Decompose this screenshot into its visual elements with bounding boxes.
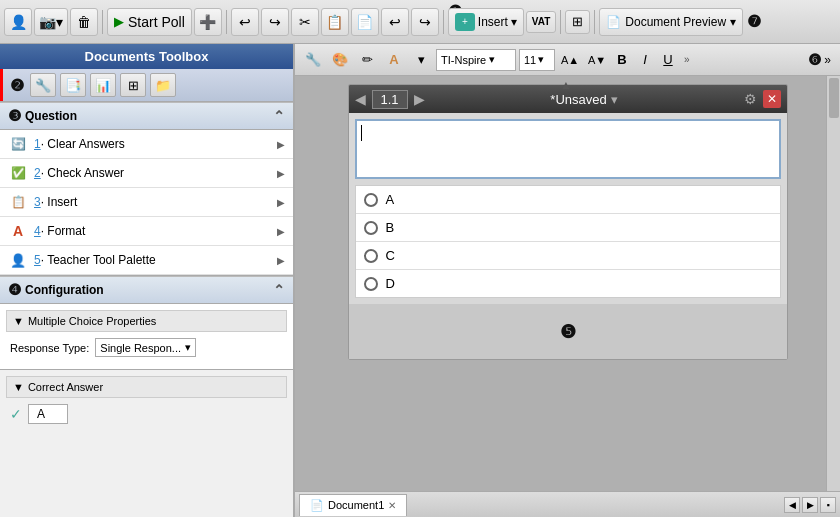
sep1 bbox=[102, 10, 103, 34]
correct-answer-box[interactable]: A bbox=[28, 404, 68, 424]
question-item-1[interactable]: 🔄 1· Clear Answers ▶ bbox=[0, 130, 293, 159]
circle-6-label: ❻ bbox=[808, 51, 821, 69]
correct-answer-label: Correct Answer bbox=[28, 381, 103, 393]
copy-btn[interactable]: 📋 bbox=[321, 8, 349, 36]
format-icon: A bbox=[8, 222, 28, 240]
font-size-up-btn[interactable]: A▲ bbox=[558, 48, 582, 72]
camera-btn[interactable]: 📷▾ bbox=[34, 8, 68, 36]
trash-btn[interactable]: 🗑 bbox=[70, 8, 98, 36]
italic-btn[interactable]: I bbox=[635, 50, 655, 70]
radio-c[interactable] bbox=[364, 249, 378, 263]
circle-3-label: ❸ bbox=[8, 107, 21, 125]
quiz-nav-right[interactable]: ▶ bbox=[414, 91, 425, 107]
toolbox-grid-btn[interactable]: ⊞ bbox=[120, 73, 146, 97]
mc-collapse-arrow: ▼ bbox=[13, 315, 24, 327]
format-pen-btn[interactable]: ✏ bbox=[355, 48, 379, 72]
scroll-up-indicator: ▲ bbox=[560, 78, 572, 92]
insert-btn[interactable]: + Insert ▾ bbox=[448, 8, 524, 36]
document1-tab[interactable]: 📄 Document1 ✕ bbox=[299, 494, 407, 516]
bottom-nav-plus[interactable]: ▪ bbox=[820, 497, 836, 513]
start-poll-btn[interactable]: ▶ Start Poll bbox=[107, 8, 192, 36]
ca-collapse-arrow: ▼ bbox=[13, 381, 24, 393]
font-size-down-btn[interactable]: A▼ bbox=[585, 48, 609, 72]
doc-preview-btn[interactable]: 📄 Document Preview ▾ bbox=[599, 8, 743, 36]
option-b-label: B bbox=[386, 220, 395, 235]
quiz-option-c[interactable]: C bbox=[356, 242, 780, 270]
toolbox-list-btn[interactable]: 📊 bbox=[90, 73, 116, 97]
arrow-right-btn[interactable]: ↪ bbox=[261, 8, 289, 36]
config-section-header[interactable]: ❹ Configuration ⌃ bbox=[0, 276, 293, 304]
option-c-label: C bbox=[386, 248, 395, 263]
toolbox-icons-bar: ❷ 🔧 📑 📊 ⊞ 📁 bbox=[0, 69, 293, 102]
redo-btn[interactable]: ↪ bbox=[411, 8, 439, 36]
correct-answer-section: ▼ Correct Answer ✓ A bbox=[0, 369, 293, 432]
toolbox-title: Documents Toolbox bbox=[85, 49, 209, 64]
radio-a[interactable] bbox=[364, 193, 378, 207]
insert-green-icon: + bbox=[455, 13, 475, 31]
underline-btn[interactable]: U bbox=[658, 50, 678, 70]
question-section-header[interactable]: ❸ Question ⌃ bbox=[0, 102, 293, 130]
cut-btn[interactable]: ✂ bbox=[291, 8, 319, 36]
add-btn[interactable]: ➕ bbox=[194, 8, 222, 36]
quiz-option-b[interactable]: B bbox=[356, 214, 780, 242]
quiz-close-btn[interactable]: ✕ bbox=[763, 90, 781, 108]
question-label: Question bbox=[25, 109, 77, 123]
sep2 bbox=[226, 10, 227, 34]
check-answer-label: 2· Check Answer bbox=[34, 166, 124, 180]
toolbox-folder-btn[interactable]: 📁 bbox=[150, 73, 176, 97]
mc-properties-label: Multiple Choice Properties bbox=[28, 315, 156, 327]
doc-preview-icon: 📄 bbox=[606, 15, 621, 29]
grid-btn[interactable]: ⊞ bbox=[565, 10, 590, 34]
more-format-btn[interactable]: » bbox=[681, 54, 693, 65]
correct-answer-header[interactable]: ▼ Correct Answer bbox=[6, 376, 287, 398]
quiz-settings-icon[interactable]: ⚙ bbox=[744, 91, 757, 107]
quiz-option-a[interactable]: A bbox=[356, 186, 780, 214]
format-paint-btn[interactable]: 🎨 bbox=[328, 48, 352, 72]
response-type-select[interactable]: Single Respon... ▾ bbox=[95, 338, 196, 357]
right-scrollbar[interactable] bbox=[826, 76, 840, 491]
bottom-nav-left[interactable]: ◀ bbox=[784, 497, 800, 513]
clear-answers-label: 1· Clear Answers bbox=[34, 137, 125, 151]
undo-btn[interactable]: ↩ bbox=[381, 8, 409, 36]
scroll-thumb[interactable] bbox=[829, 78, 839, 118]
clear-answers-icon: 🔄 bbox=[8, 135, 28, 153]
question-item-3[interactable]: 📋 3· Insert ▶ bbox=[0, 188, 293, 217]
size-dropdown[interactable]: 11 ▾ bbox=[519, 49, 555, 71]
tab-close-btn[interactable]: ✕ bbox=[388, 500, 396, 511]
format-wrench-btn[interactable]: 🔧 bbox=[301, 48, 325, 72]
right-chevron-area: ❻ » bbox=[808, 51, 834, 69]
quiz-nav-left[interactable]: ◀ bbox=[355, 91, 366, 107]
item1-arrow: ▶ bbox=[277, 139, 285, 150]
question-item-4[interactable]: A 4· Format ▶ bbox=[0, 217, 293, 246]
format-font-color-btn[interactable]: A bbox=[382, 48, 406, 72]
radio-b[interactable] bbox=[364, 221, 378, 235]
bottom-nav-arrows: ◀ ▶ ▪ bbox=[784, 497, 836, 513]
bold-btn[interactable]: B bbox=[612, 50, 632, 70]
paste-btn[interactable]: 📄 bbox=[351, 8, 379, 36]
page-number-box: 1.1 bbox=[372, 90, 408, 109]
correct-answer-input-row: ✓ A bbox=[6, 402, 287, 426]
mc-properties-header[interactable]: ▼ Multiple Choice Properties bbox=[6, 310, 287, 332]
insert-label: Insert bbox=[478, 15, 508, 29]
vat-btn[interactable]: VAT bbox=[526, 11, 557, 33]
title-dropdown-btn[interactable]: ▾ bbox=[611, 92, 618, 107]
question-item-2[interactable]: ✅ 2· Check Answer ▶ bbox=[0, 159, 293, 188]
toolbox-wrench-btn[interactable]: 🔧 bbox=[30, 73, 56, 97]
quiz-option-d[interactable]: D bbox=[356, 270, 780, 297]
page-number: 1.1 bbox=[381, 92, 399, 107]
circle-4-label: ❹ bbox=[8, 281, 21, 299]
insert-icon: 📋 bbox=[8, 193, 28, 211]
arrow-left-btn[interactable]: ↩ bbox=[231, 8, 259, 36]
question-item-5[interactable]: 👤 5· Teacher Tool Palette ▶ bbox=[0, 246, 293, 275]
bottom-nav-right[interactable]: ▶ bbox=[802, 497, 818, 513]
user-icon-btn[interactable]: 👤 bbox=[4, 8, 32, 36]
quiz-question-area[interactable] bbox=[355, 119, 781, 179]
content-area: ▲ ◀ 1.1 ▶ *Unsaved ▾ ⚙ ✕ bbox=[295, 76, 840, 491]
format-font-dropdown-arrow[interactable]: ▾ bbox=[409, 48, 433, 72]
font-dropdown[interactable]: TI-Nspire ▾ bbox=[436, 49, 516, 71]
option-a-label: A bbox=[386, 192, 395, 207]
panel-collapse-btn[interactable]: » bbox=[821, 53, 834, 67]
toolbox-page-btn[interactable]: 📑 bbox=[60, 73, 86, 97]
item2-arrow: ▶ bbox=[277, 168, 285, 179]
radio-d[interactable] bbox=[364, 277, 378, 291]
